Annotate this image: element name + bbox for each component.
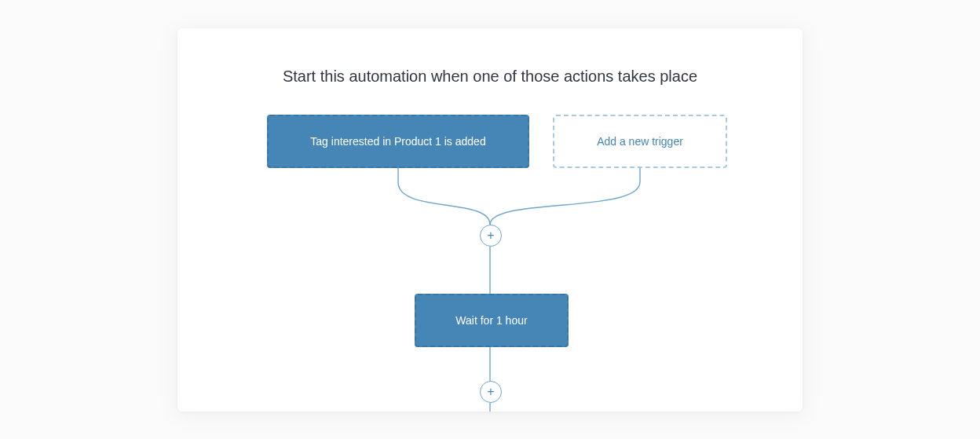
add-step-button-2[interactable]: +: [480, 381, 502, 403]
automation-heading: Start this automation when one of those …: [177, 68, 803, 86]
add-step-button[interactable]: +: [480, 225, 502, 247]
wait-step-label: Wait for 1 hour: [455, 314, 527, 327]
plus-icon: +: [487, 229, 494, 242]
automation-card: Start this automation when one of those …: [177, 28, 803, 412]
connector-lines: [177, 28, 803, 412]
trigger-node[interactable]: Tag interested in Product 1 is added: [267, 115, 529, 168]
plus-icon: +: [487, 386, 494, 398]
wait-step-node[interactable]: Wait for 1 hour: [415, 294, 569, 347]
add-trigger-label: Add a new trigger: [597, 135, 683, 148]
add-trigger-button[interactable]: Add a new trigger: [553, 115, 727, 168]
trigger-node-label: Tag interested in Product 1 is added: [310, 135, 485, 148]
